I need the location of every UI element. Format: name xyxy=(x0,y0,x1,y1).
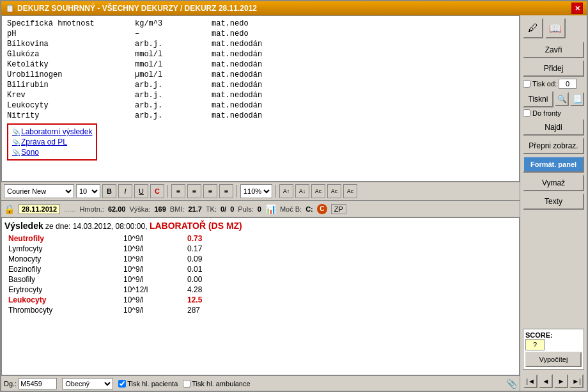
vymaz-button[interactable]: Vymaž xyxy=(523,175,584,191)
right-spacer xyxy=(523,212,584,327)
format-btn-1[interactable]: Ac xyxy=(311,184,325,198)
nav-first-button[interactable]: |◄ xyxy=(523,374,538,388)
tiskni-icon2-button[interactable]: 📃 xyxy=(570,92,584,106)
app-icon: 📋 xyxy=(5,4,15,13)
link-laboratorni[interactable]: 📎Laboratorní výsledek xyxy=(12,127,92,137)
top-data-table: Specifická hmotnostkg/m^3mat.nedopH–mat.… xyxy=(4,19,516,121)
link-zprava[interactable]: 📎Zpráva od PL xyxy=(12,137,92,147)
row-label: Ketolátky xyxy=(4,59,132,70)
format-btn-3[interactable]: Ac xyxy=(343,184,357,198)
row-unit: – xyxy=(132,29,209,39)
paperclip-icon: 📎 xyxy=(506,379,517,389)
table-row: Erytrocyty10^12/l4.28 xyxy=(4,285,516,295)
texty-button[interactable]: Texty xyxy=(523,193,584,210)
do-fronty-row: Do fronty xyxy=(523,109,584,117)
table-row: Leukocyty10^9/l12.5 xyxy=(4,295,516,305)
c-badge: C xyxy=(317,204,327,214)
main-window: 📋 DEKURZ SOUHRNNÝ - VŠECHNY DEKURZY / DE… xyxy=(0,0,588,392)
underline-button[interactable]: U xyxy=(134,184,148,198)
chart-icon: 📊 xyxy=(265,204,276,214)
table-row: Leukocytyarb.j.mat.nedodán xyxy=(4,100,516,111)
align-center-button[interactable]: ≡ xyxy=(187,184,201,198)
row-label: Glukóza xyxy=(4,49,132,59)
row-unit: mmol/l xyxy=(132,49,209,59)
tisk-hl-ambulance-label: Tisk hl. ambulance xyxy=(192,380,250,388)
pridej-button[interactable]: Přidej xyxy=(523,60,584,77)
tiskni-button[interactable]: Tiskni xyxy=(523,91,553,107)
result-label: Leukocyty xyxy=(4,295,120,305)
result-label: Lymfocyty xyxy=(4,244,120,254)
status-bar: Dg.: Obecný Tisk hl. pacienta Tisk hl. a… xyxy=(1,375,520,391)
tisk-hl-ambulance-checkbox[interactable] xyxy=(183,380,190,388)
do-fronty-checkbox[interactable] xyxy=(523,109,530,117)
left-panel: Specifická hmotnostkg/m^3mat.nedopH–mat.… xyxy=(1,15,520,391)
tisk-od-label: Tisk od: xyxy=(532,80,557,88)
prepni-button[interactable]: Přepni zobraz. xyxy=(523,137,584,154)
row-label: Specifická hmotnost xyxy=(4,19,132,29)
bottom-text-area[interactable]: Výsledek ze dne: 14.03.2012, 08:00:00, L… xyxy=(1,217,520,375)
result-label: Monocyty xyxy=(4,254,120,264)
row-status: mat.nedo xyxy=(209,19,516,29)
vymaz-label: Vymaž xyxy=(542,178,565,187)
format-panel-button[interactable]: Formát. panel xyxy=(523,156,584,173)
zavri-button[interactable]: Zavři xyxy=(523,42,584,58)
result-value: 0.17 xyxy=(183,244,516,254)
italic-button[interactable]: I xyxy=(118,184,132,198)
dg-field: Dg.: xyxy=(4,378,57,389)
titlebar: 📋 DEKURZ SOUHRNNÝ - VŠECHNY DEKURZY / DE… xyxy=(1,1,587,15)
tisk-od-input[interactable] xyxy=(559,79,576,89)
font-size-down-button[interactable]: A↓ xyxy=(295,184,309,198)
tiskni-row: Tiskni 🔍 📃 xyxy=(523,91,584,107)
toolbar-separator-1 xyxy=(167,185,168,198)
align-left-button[interactable]: ≡ xyxy=(171,184,185,198)
bold-button[interactable]: B xyxy=(102,184,116,198)
pridej-label: Přidej xyxy=(544,64,564,73)
result-unit: 10^9/l xyxy=(120,264,183,274)
result-label: Erytrocyty xyxy=(4,285,120,295)
result-value: 4.28 xyxy=(183,285,516,295)
bu-icon-button[interactable]: 🖊 xyxy=(523,18,543,38)
format-btn-2[interactable]: Ac xyxy=(327,184,341,198)
book-icon-button[interactable]: 📖 xyxy=(545,18,566,38)
zp-button[interactable]: ZP xyxy=(331,204,346,214)
result-label: Thrombocyty xyxy=(4,305,120,315)
vypocitej-button[interactable]: Vypočítej xyxy=(525,352,582,367)
color-button[interactable]: C xyxy=(150,184,164,198)
link-sono[interactable]: 📎Sono xyxy=(12,147,92,157)
row-status: mat.nedodán xyxy=(209,59,516,70)
row-status: mat.nedodán xyxy=(209,80,516,90)
tk-label: TK: xyxy=(206,205,217,213)
najdi-button[interactable]: Najdi xyxy=(523,119,584,136)
result-unit: 10^9/l xyxy=(120,274,183,285)
tisk-hl-pacienta-checkbox[interactable] xyxy=(118,380,126,388)
window-title: DEKURZ SOUHRNNÝ - VŠECHNY DEKURZY / DEKU… xyxy=(17,4,257,13)
tiskni-icon-button[interactable]: 🔍 xyxy=(555,92,569,106)
font-select[interactable]: Courier New xyxy=(4,184,74,198)
window-close-button[interactable]: ✕ xyxy=(571,3,583,14)
nav-next-button[interactable]: ► xyxy=(554,374,568,388)
row-status: mat.nedodán xyxy=(209,100,516,111)
hmotnost-label: Hmotn.: xyxy=(79,205,104,213)
align-right-button[interactable]: ≡ xyxy=(203,184,217,198)
result-label: Basofily xyxy=(4,274,120,285)
toolbar-separator-3 xyxy=(275,185,276,198)
obecny-select[interactable]: Obecný xyxy=(62,378,113,389)
font-size-up-button[interactable]: A↑ xyxy=(279,184,293,198)
row-unit: mmol/l xyxy=(132,59,209,70)
tisk-od-checkbox[interactable] xyxy=(523,80,530,88)
zoom-select[interactable]: 110% xyxy=(240,184,272,198)
table-row: Basofily10^9/l0.00 xyxy=(4,274,516,285)
links-box: 📎Laboratorní výsledek 📎Zpráva od PL 📎Son… xyxy=(7,123,97,161)
result-unit: 10^9/l xyxy=(120,305,183,315)
tiskni-label: Tiskni xyxy=(529,95,548,104)
nav-last-button[interactable]: ►| xyxy=(569,374,584,388)
nav-prev-button[interactable]: ◄ xyxy=(539,374,553,388)
result-unit: 10^9/l xyxy=(120,233,183,244)
align-justify-button[interactable]: ≡ xyxy=(219,184,233,198)
tk-value: 0/ xyxy=(220,205,226,213)
result-value: 0.00 xyxy=(183,274,516,285)
dg-input[interactable] xyxy=(19,378,57,389)
row-status: mat.nedodán xyxy=(209,90,516,100)
top-text-area[interactable]: Specifická hmotnostkg/m^3mat.nedopH–mat.… xyxy=(1,15,520,182)
size-select[interactable]: 10 xyxy=(76,184,100,198)
